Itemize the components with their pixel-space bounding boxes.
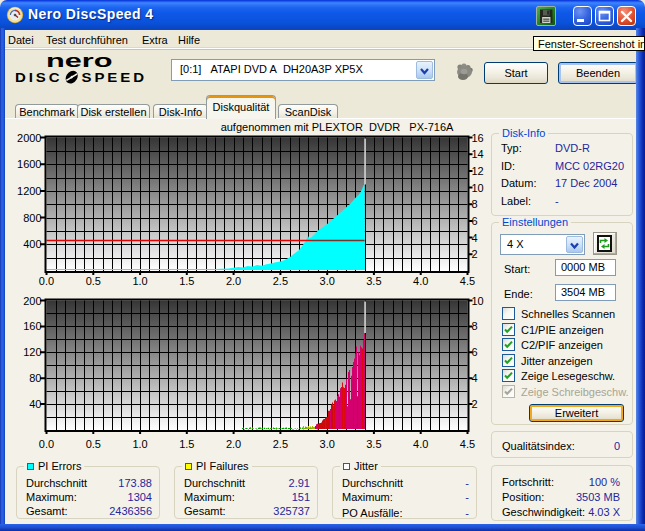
- svg-text:2000: 2000: [17, 132, 41, 144]
- svg-text:40: 40: [29, 398, 41, 410]
- svg-text:1.5: 1.5: [179, 438, 194, 450]
- svg-text:10: 10: [472, 295, 484, 307]
- svg-text:10: 10: [472, 182, 484, 194]
- svg-text:16: 16: [472, 132, 484, 144]
- svg-text:3.5: 3.5: [366, 438, 381, 450]
- svg-text:800: 800: [23, 212, 41, 224]
- svg-text:3.0: 3.0: [320, 275, 335, 287]
- svg-text:12: 12: [472, 165, 484, 177]
- svg-text:14: 14: [472, 148, 484, 160]
- svg-text:4.0: 4.0: [413, 438, 428, 450]
- svg-text:4.0: 4.0: [413, 275, 428, 287]
- svg-text:0.0: 0.0: [39, 275, 54, 287]
- svg-text:200: 200: [23, 295, 41, 307]
- svg-text:1.0: 1.0: [132, 275, 147, 287]
- svg-text:400: 400: [23, 238, 41, 250]
- svg-text:80: 80: [29, 372, 41, 384]
- svg-text:0.0: 0.0: [39, 438, 54, 450]
- svg-text:120: 120: [23, 346, 41, 358]
- svg-text:1600: 1600: [17, 158, 41, 170]
- svg-text:2.5: 2.5: [273, 275, 288, 287]
- svg-text:0.5: 0.5: [86, 275, 101, 287]
- svg-text:2.0: 2.0: [226, 438, 241, 450]
- svg-text:2.0: 2.0: [226, 275, 241, 287]
- svg-text:0.5: 0.5: [86, 438, 101, 450]
- svg-text:aufgenommen mit PLEXTOR DVDR: aufgenommen mit PLEXTOR DVDR PX-716A: [221, 121, 454, 133]
- svg-text:3.5: 3.5: [366, 275, 381, 287]
- svg-text:2.5: 2.5: [273, 438, 288, 450]
- svg-text:4.5: 4.5: [460, 275, 475, 287]
- svg-text:4.5: 4.5: [460, 438, 475, 450]
- svg-text:1.0: 1.0: [132, 438, 147, 450]
- svg-text:3.0: 3.0: [320, 438, 335, 450]
- svg-text:160: 160: [23, 320, 41, 332]
- svg-text:1.5: 1.5: [179, 275, 194, 287]
- svg-text:1200: 1200: [17, 185, 41, 197]
